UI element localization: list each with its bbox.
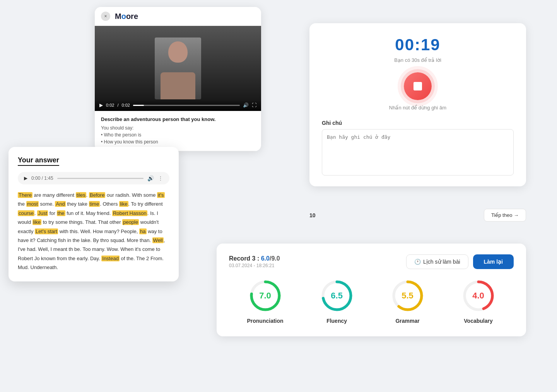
circle-value-grammar: 5.5 <box>402 291 413 301</box>
highlight-people: people <box>122 219 139 225</box>
page-number: 10 <box>309 212 316 218</box>
highlight-there: There <box>18 192 32 198</box>
circle-vocabulary: 4.0 <box>461 278 496 313</box>
recording-panel: 00:19 Bạn có 30s để trả lời Nhấn nút để … <box>309 23 526 186</box>
score-name-vocabulary: Vocabulary <box>464 318 492 324</box>
score-circles: 7.0 Pronunciation 6.5 Fluency 5.5 Gramma… <box>229 278 514 324</box>
question-point-1: • Who the person is <box>101 132 141 138</box>
highlight-course: course <box>18 210 34 216</box>
highlight-the: the <box>57 210 65 216</box>
highlight-like2: like <box>32 219 42 225</box>
score-item-grammar: 5.5 Grammar <box>390 278 425 324</box>
timer-label: Bạn có 30s để trả lời <box>322 57 514 63</box>
highlight-its: it's <box>157 192 164 198</box>
audio-time: 0:00 / 1:45 <box>31 176 53 181</box>
video-timestamp: 0:02 <box>106 103 114 107</box>
circle-value-vocabulary: 4.0 <box>472 291 484 301</box>
answer-title: Your answer <box>18 156 59 166</box>
highlight-most: most <box>26 201 39 207</box>
record-btn-wrapper <box>322 72 514 100</box>
audio-player[interactable]: ▶ 0:00 / 1:45 🔊 ⋮ <box>18 172 169 184</box>
circle-pronunciation: 7.0 <box>248 278 283 313</box>
redo-button[interactable]: Làm lại <box>473 254 514 269</box>
notes-textarea[interactable] <box>322 129 514 176</box>
video-player: ▶ 0:02 / 0:02 🔊 ⛶ <box>95 26 261 111</box>
highlight-tiles: tiles <box>76 192 86 198</box>
record-stop-button[interactable] <box>404 72 432 100</box>
next-button[interactable]: Tiếp theo → <box>484 209 526 222</box>
question-body: You should say: • Who the person is • Ho… <box>101 124 255 145</box>
question-point-2: • How you know this person <box>101 139 158 145</box>
score-name-grammar: Grammar <box>395 318 419 324</box>
highlight-lets-start: Let's start <box>35 228 58 234</box>
video-person-silhouette <box>155 37 201 99</box>
video-progress-fill <box>133 105 144 106</box>
record-label: Nhấn nút để dừng ghi âm <box>322 105 514 111</box>
video-fullscreen-icon[interactable]: ⛶ <box>252 102 256 108</box>
score-date: 03.07.2024 - 18:26:21 <box>229 263 280 268</box>
question-text: Describe an adventurous person that you … <box>95 111 261 151</box>
video-play-button[interactable]: ▶ <box>99 102 103 108</box>
circle-value-fluency: 6.5 <box>331 291 343 301</box>
circle-grammar: 5.5 <box>390 278 425 313</box>
highlight-and: And <box>55 201 65 207</box>
score-item-pronunciation: 7.0 Pronunciation <box>247 278 283 324</box>
audio-volume-icon[interactable]: 🔊 <box>147 175 154 181</box>
timer-display: 00:19 <box>322 36 514 54</box>
app-logo: Moore <box>115 12 138 21</box>
score-value: 6.0 <box>261 255 270 262</box>
score-record: Record 3 : 6.0/9.0 <box>229 255 280 262</box>
score-max: /9.0 <box>270 255 280 262</box>
bottom-nav: 10 Tiếp theo → <box>309 204 526 226</box>
app-header: × Moore <box>95 7 261 26</box>
stop-icon <box>413 82 422 90</box>
score-item-fluency: 6.5 Fluency <box>320 278 354 324</box>
circle-fluency: 6.5 <box>320 278 354 313</box>
highlight-time: time <box>89 201 100 207</box>
highlight-robert: Robert Hasson <box>112 210 147 216</box>
score-name-pronunciation: Pronunciation <box>247 318 283 324</box>
highlight-just: Just <box>37 210 48 216</box>
score-title-group: Record 3 : 6.0/9.0 03.07.2024 - 18:26:21 <box>229 255 280 268</box>
question-title: Describe an adventurous person that you … <box>101 116 255 122</box>
history-icon: 🕐 <box>414 259 421 265</box>
score-actions: 🕐 Lịch sử làm bài Làm lại <box>406 254 514 269</box>
highlight-instead: Instead <box>101 256 120 261</box>
score-name-fluency: Fluency <box>326 318 347 324</box>
score-header: Record 3 : 6.0/9.0 03.07.2024 - 18:26:21… <box>229 254 514 269</box>
timer-value: 00:19 <box>322 36 514 54</box>
audio-progress-bar[interactable] <box>57 178 144 179</box>
video-volume-icon[interactable]: 🔊 <box>243 102 249 108</box>
highlight-ha: ha <box>139 228 146 234</box>
video-progress-bar[interactable] <box>133 105 240 106</box>
answer-card: Your answer ▶ 0:00 / 1:45 🔊 ⋮ There are … <box>9 147 179 281</box>
left-card: × Moore ▶ 0:02 / 0:02 🔊 ⛶ Describe an ad… <box>95 7 261 151</box>
score-item-vocabulary: 4.0 Vocabulary <box>461 278 496 324</box>
notes-label: Ghi chú <box>322 120 514 126</box>
score-panel: Record 3 : 6.0/9.0 03.07.2024 - 18:26:21… <box>217 244 526 336</box>
highlight-well: Well <box>152 237 164 243</box>
highlight-before: Before <box>89 192 105 198</box>
main-container: × Moore ▶ 0:02 / 0:02 🔊 ⛶ Describe an ad… <box>0 0 557 392</box>
highlight-like1: like <box>119 201 128 207</box>
audio-play-button[interactable]: ▶ <box>24 176 27 181</box>
history-button[interactable]: 🕐 Lịch sử làm bài <box>406 254 468 269</box>
close-button[interactable]: × <box>101 12 110 21</box>
video-duration: 0:02 <box>121 103 130 107</box>
circle-value-pronunciation: 7.0 <box>259 291 271 301</box>
video-controls: ▶ 0:02 / 0:02 🔊 ⛶ <box>95 99 261 111</box>
audio-menu-icon[interactable]: ⋮ <box>158 175 163 181</box>
transcript: There are many different tiles. Before o… <box>18 191 169 272</box>
